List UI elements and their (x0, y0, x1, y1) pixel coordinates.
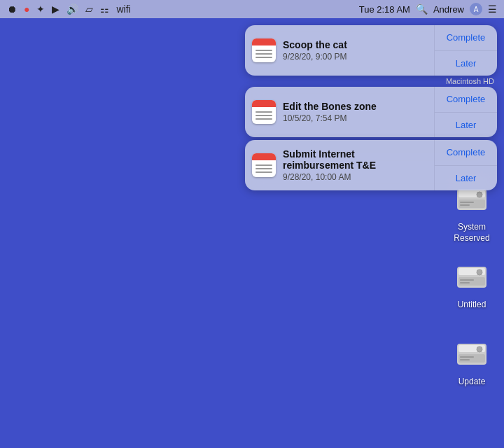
notification-card-3: Submit Internet reimbursement T&E 9/28/2… (245, 140, 497, 190)
menubar-left: ⏺ ● ✦ ▶ 🔊 ▱ ⚏ wifi (7, 4, 131, 15)
menu-icon[interactable]: ☰ (488, 4, 497, 15)
hdd-icon-update (452, 335, 491, 374)
avatar[interactable]: A (470, 3, 482, 15)
notification-main-3: Submit Internet reimbursement T&E 9/28/2… (245, 140, 434, 190)
notification-text-2: Edit the Bones zone 10/5/20, 7:54 PM (283, 101, 427, 123)
svg-point-3 (477, 192, 482, 197)
desktop-icon-untitled[interactable]: Untitled (444, 258, 500, 311)
svg-rect-4 (460, 202, 474, 203)
notification-main-1: Scoop the cat 9/28/20, 9:00 PM (245, 25, 434, 76)
menubar-user: Andrew (433, 4, 464, 15)
menubar: ⏺ ● ✦ ▶ 🔊 ▱ ⚏ wifi Tue 2:18 AM 🔍 Andrew … (0, 0, 504, 18)
menubar-time: Tue 2:18 AM (359, 4, 410, 15)
hdd-icon-untitled (452, 258, 491, 297)
notification-title-1: Scoop the cat (283, 39, 427, 50)
notification-main-2: Edit the Bones zone 10/5/20, 7:54 PM (245, 87, 434, 137)
svg-rect-11 (460, 282, 470, 284)
dropbox-icon[interactable]: ✦ (36, 4, 45, 15)
svg-point-9 (477, 270, 482, 275)
later-button-3[interactable]: Later (435, 166, 497, 191)
notification-date-1: 9/28/20, 9:00 PM (283, 52, 427, 62)
wifi-icon[interactable]: wifi (116, 4, 130, 15)
later-button-1[interactable]: Later (435, 51, 497, 76)
notification-actions-1: Complete Later (434, 25, 497, 76)
notification-text-1: Scoop the cat 9/28/20, 9:00 PM (283, 39, 427, 62)
notification-date-3: 9/28/20, 10:00 AM (283, 172, 427, 182)
complete-button-2[interactable]: Complete (435, 87, 497, 113)
menubar-right: Tue 2:18 AM 🔍 Andrew A ☰ (359, 3, 497, 15)
svg-rect-16 (460, 356, 474, 358)
stop-icon[interactable]: ⏺ (7, 4, 17, 15)
svg-rect-14 (458, 354, 485, 363)
notification-actions-2: Complete Later (434, 87, 497, 137)
notification-date-2: 10/5/20, 7:54 PM (283, 113, 427, 123)
desktop-icon-label-system-reserved: System Reserved (444, 222, 500, 244)
reminder-icon-3 (252, 153, 276, 177)
svg-rect-10 (460, 279, 474, 281)
reminder-icon-2 (252, 100, 276, 124)
notifications-container: Scoop the cat 9/28/20, 9:00 PM Complete … (245, 25, 497, 190)
complete-button-3[interactable]: Complete (435, 140, 497, 166)
volume-icon[interactable]: 🔊 (66, 4, 78, 15)
svg-rect-2 (458, 200, 485, 208)
record-icon[interactable]: ● (24, 4, 29, 15)
later-button-2[interactable]: Later (435, 113, 497, 138)
notification-title-2: Edit the Bones zone (283, 101, 427, 112)
arrow-icon[interactable]: ▶ (52, 4, 59, 15)
airplay-icon[interactable]: ▱ (85, 4, 93, 15)
notification-actions-3: Complete Later (434, 140, 497, 190)
svg-rect-5 (460, 204, 470, 206)
reminder-icon-1 (252, 38, 276, 62)
svg-point-15 (477, 346, 482, 352)
desktop-icon-update[interactable]: Update (444, 335, 500, 388)
desktop-icon-label-untitled: Untitled (458, 300, 486, 311)
complete-button-1[interactable]: Complete (435, 25, 497, 51)
equalizer-icon[interactable]: ⚏ (100, 4, 109, 15)
macintosh-hd-label: Macintosh HD (446, 77, 494, 85)
notification-card-1: Scoop the cat 9/28/20, 9:00 PM Complete … (245, 25, 497, 76)
search-icon[interactable]: 🔍 (416, 4, 428, 15)
desktop-icon-label-update: Update (458, 377, 486, 388)
notification-text-3: Submit Internet reimbursement T&E 9/28/2… (283, 148, 427, 182)
notification-card-2: Edit the Bones zone 10/5/20, 7:54 PM Com… (245, 87, 497, 137)
notification-title-3: Submit Internet reimbursement T&E (283, 148, 427, 171)
svg-rect-8 (458, 277, 485, 286)
svg-rect-17 (460, 359, 470, 360)
